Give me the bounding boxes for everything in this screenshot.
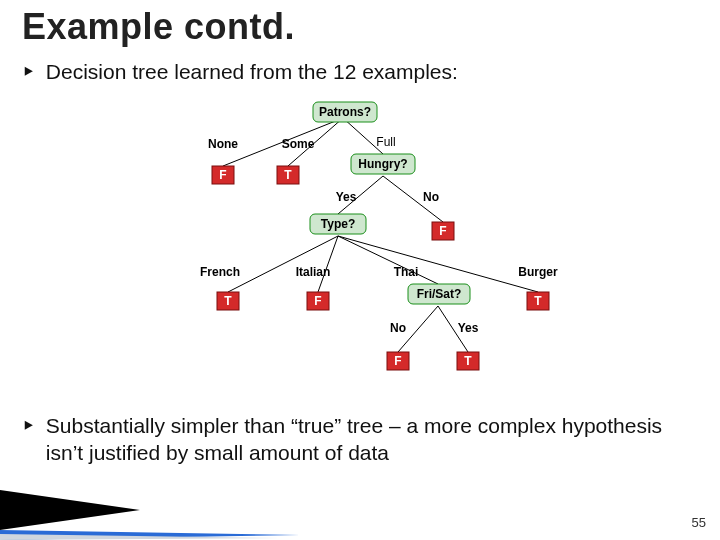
slide: Example contd. ‣ Decision tree learned f… [0, 0, 720, 540]
bullet-icon: ‣ [22, 58, 40, 85]
svg-text:T: T [284, 168, 292, 182]
leaf-t-some: T [277, 166, 299, 184]
bullet-2: ‣ Substantially simpler than “true” tree… [22, 412, 686, 467]
bullet-2-text: Substantially simpler than “true” tree –… [46, 412, 686, 467]
edge-burger: Burger [518, 265, 558, 279]
edge-italian: Italian [296, 265, 331, 279]
edge-some: Some [282, 137, 315, 151]
node-hungry: Hungry? [351, 154, 415, 174]
footer-decoration [0, 480, 720, 540]
edge-frisat-no: No [390, 321, 406, 335]
slide-title: Example contd. [22, 6, 295, 48]
svg-text:F: F [439, 224, 446, 238]
bullet-icon: ‣ [22, 412, 40, 439]
node-hungry-label: Hungry? [358, 157, 407, 171]
svg-text:T: T [224, 294, 232, 308]
svg-text:F: F [219, 168, 226, 182]
edge-full: Full [376, 135, 395, 149]
page-number: 55 [692, 515, 706, 530]
leaf-t-burger: T [527, 292, 549, 310]
leaf-f-italian: F [307, 292, 329, 310]
svg-marker-31 [0, 490, 140, 530]
svg-text:F: F [314, 294, 321, 308]
svg-marker-33 [0, 534, 280, 540]
bullet-1-text: Decision tree learned from the 12 exampl… [46, 58, 686, 85]
node-frisat-label: Fri/Sat? [417, 287, 462, 301]
edge-no: No [423, 190, 439, 204]
edge-yes: Yes [336, 190, 357, 204]
node-frisat: Fri/Sat? [408, 284, 470, 304]
node-patrons-label: Patrons? [319, 105, 371, 119]
edge-frisat-yes: Yes [458, 321, 479, 335]
edge-none: None [208, 137, 238, 151]
edge-thai: Thai [394, 265, 419, 279]
leaf-t-french: T [217, 292, 239, 310]
leaf-t-frisat-yes: T [457, 352, 479, 370]
svg-text:T: T [464, 354, 472, 368]
edge-french: French [200, 265, 240, 279]
node-patrons: Patrons? [313, 102, 377, 122]
leaf-f-none: F [212, 166, 234, 184]
bullet-1: ‣ Decision tree learned from the 12 exam… [22, 58, 686, 85]
leaf-f-nothungry: F [432, 222, 454, 240]
decision-tree-figure: Patrons? Hungry? Type? Fri/Sat? F T F [168, 96, 588, 406]
svg-marker-32 [0, 530, 300, 540]
node-type: Type? [310, 214, 366, 234]
svg-text:F: F [394, 354, 401, 368]
leaf-f-frisat-no: F [387, 352, 409, 370]
svg-text:T: T [534, 294, 542, 308]
node-type-label: Type? [321, 217, 355, 231]
